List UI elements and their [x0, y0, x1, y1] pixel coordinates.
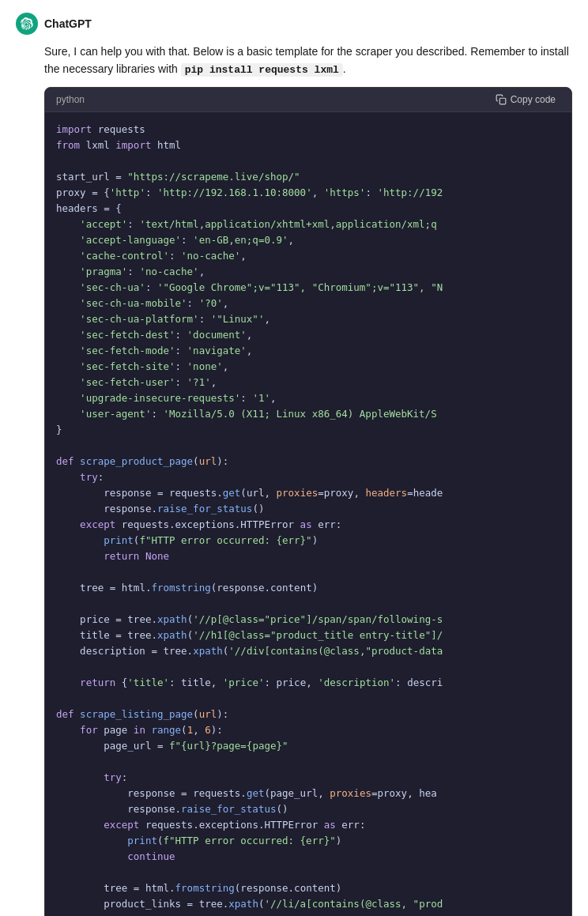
assistant-intro-text: Sure, I can help you with that. Below is… [44, 43, 572, 79]
svg-rect-0 [499, 98, 506, 104]
assistant-name-label: ChatGPT [44, 17, 92, 30]
chatgpt-avatar-icon [16, 13, 38, 35]
code-block-wrapper: python Copy code import requests from lx… [44, 87, 572, 916]
code-language-label: python [56, 94, 85, 105]
chat-container: ChatGPT Sure, I can help you with that. … [0, 0, 588, 916]
copy-code-button[interactable]: Copy code [491, 92, 560, 107]
copy-code-label: Copy code [511, 94, 556, 105]
code-content: import requests from lxml import html st… [45, 112, 571, 916]
install-command-inline: pip install requests lxml [181, 63, 343, 77]
code-block-header: python Copy code [45, 88, 571, 112]
assistant-header: ChatGPT [16, 13, 572, 35]
